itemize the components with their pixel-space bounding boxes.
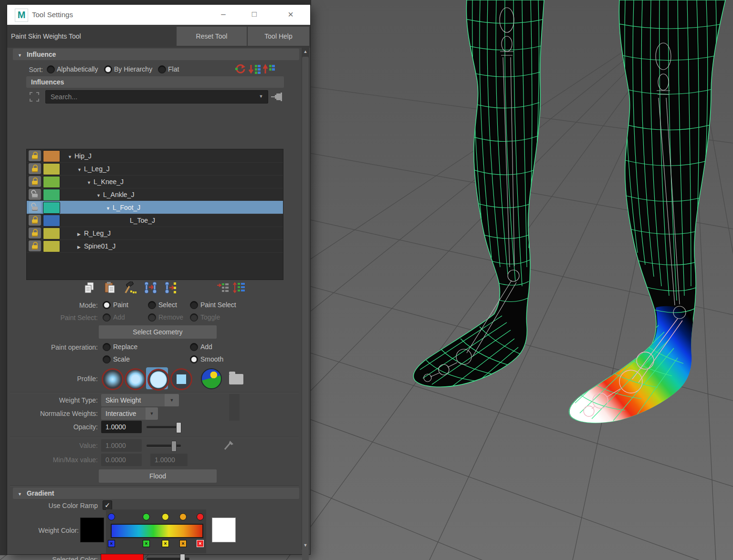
joint-color-swatch[interactable] bbox=[43, 202, 60, 214]
image-brush-button[interactable] bbox=[201, 368, 222, 389]
collapse-arrow-icon[interactable]: ▶ bbox=[77, 228, 84, 241]
mode-paint-radio[interactable] bbox=[103, 301, 111, 309]
color-ramp-gradient-bar[interactable] bbox=[111, 524, 203, 538]
gradient-section-header[interactable]: ▼Gradient bbox=[13, 487, 299, 499]
move-influence-up-icon[interactable] bbox=[263, 63, 275, 75]
maximize-button[interactable]: □ bbox=[242, 5, 267, 25]
paint-op-smooth-radio[interactable] bbox=[190, 355, 198, 363]
search-dropdown-arrow[interactable]: ▼ bbox=[255, 90, 267, 103]
expand-arrow-icon[interactable]: ▼ bbox=[77, 164, 84, 176]
pin-search-icon[interactable] bbox=[271, 92, 284, 102]
ramp-marker-blue[interactable]: × bbox=[108, 540, 115, 547]
gaussian-brush-button[interactable] bbox=[102, 368, 124, 390]
normalize-weights-dropdown-arrow[interactable]: ▼ bbox=[146, 407, 158, 420]
joint-color-swatch[interactable] bbox=[43, 215, 60, 227]
scroll-down-arrow[interactable]: ▼ bbox=[302, 541, 309, 550]
joint-row-l-leg[interactable]: ▼L_Leg_J bbox=[27, 162, 283, 176]
paint-op-add-radio[interactable] bbox=[190, 343, 198, 351]
scroll-up-arrow[interactable]: ▲ bbox=[302, 48, 309, 56]
joint-color-swatch[interactable] bbox=[43, 150, 60, 162]
opacity-slider-handle[interactable] bbox=[176, 422, 181, 433]
joint-row-l-ankle[interactable]: ▼L_Ankle_J bbox=[27, 188, 283, 201]
ramp-stop-green[interactable] bbox=[143, 513, 150, 520]
joint-row-hip[interactable]: ▼Hip_J bbox=[27, 149, 283, 163]
joint-row-l-foot-selected[interactable]: ▼L_Foot_J bbox=[27, 201, 283, 214]
refresh-influences-icon[interactable] bbox=[234, 63, 247, 75]
expand-arrow-icon[interactable]: ▼ bbox=[96, 189, 103, 202]
lock-toggle[interactable] bbox=[29, 189, 41, 200]
selected-color-swatch[interactable] bbox=[101, 554, 144, 560]
influences-joint-list: ▼Hip_J ▼L_Leg_J ▼L_Knee_J ▼L_Ankle_J ▼L_ bbox=[26, 149, 283, 280]
square-brush-button[interactable] bbox=[170, 368, 192, 390]
joint-color-swatch[interactable] bbox=[43, 189, 60, 201]
lock-toggle[interactable] bbox=[29, 228, 41, 239]
lock-toggle[interactable] bbox=[29, 202, 41, 213]
sort-flat-radio[interactable] bbox=[158, 65, 166, 73]
flood-button[interactable]: Flood bbox=[99, 469, 217, 483]
joint-row-l-knee[interactable]: ▼L_Knee_J bbox=[27, 175, 283, 188]
joint-color-swatch[interactable] bbox=[43, 240, 60, 252]
settings-scrollbar[interactable]: ▲ ▼ bbox=[302, 48, 309, 550]
weight-hammer-icon[interactable] bbox=[124, 281, 137, 294]
ramp-stop-yellow[interactable] bbox=[162, 513, 169, 520]
lock-toggle[interactable] bbox=[29, 163, 41, 174]
move-influence-down-icon[interactable] bbox=[249, 63, 261, 75]
paint-op-scale-radio[interactable] bbox=[103, 355, 111, 363]
lock-toggle[interactable] bbox=[29, 240, 41, 251]
sort-by-hierarchy-radio[interactable] bbox=[104, 65, 112, 73]
sort-alphabetically-radio[interactable] bbox=[47, 65, 55, 73]
paint-op-replace-radio[interactable] bbox=[103, 343, 111, 351]
weight-color-max-swatch[interactable] bbox=[212, 518, 236, 542]
opacity-slider[interactable] bbox=[147, 426, 181, 428]
lock-toggle[interactable] bbox=[29, 150, 41, 161]
ramp-marker-green[interactable]: × bbox=[143, 540, 150, 547]
copy-weights-icon[interactable] bbox=[84, 281, 96, 294]
ramp-marker-red-selected[interactable]: × bbox=[197, 540, 204, 547]
joint-color-swatch[interactable] bbox=[43, 228, 60, 239]
ramp-marker-yellow[interactable]: × bbox=[162, 540, 169, 547]
select-marquee-icon[interactable] bbox=[28, 91, 41, 103]
collapse-arrow-icon[interactable]: ▶ bbox=[77, 241, 84, 254]
solid-brush-button[interactable] bbox=[147, 369, 169, 391]
soft-brush-button[interactable] bbox=[125, 368, 147, 390]
collapse-influence-list-icon[interactable] bbox=[216, 281, 230, 294]
expand-arrow-icon[interactable]: ▼ bbox=[106, 202, 113, 215]
joint-color-swatch[interactable] bbox=[43, 163, 60, 175]
scrollbar-thumb[interactable] bbox=[302, 57, 309, 560]
expand-arrow-icon[interactable]: ▼ bbox=[68, 151, 74, 164]
browse-brush-folder-icon[interactable] bbox=[229, 374, 243, 384]
tool-help-button[interactable]: Tool Help bbox=[248, 27, 309, 46]
select-geometry-button[interactable]: Select Geometry bbox=[99, 325, 217, 339]
weight-type-dropdown[interactable]: Skin Weight bbox=[101, 394, 165, 406]
use-color-ramp-checkbox[interactable]: ✓ bbox=[103, 500, 112, 510]
expand-influence-list-icon[interactable] bbox=[232, 281, 246, 294]
reset-tool-button[interactable]: Reset Tool bbox=[177, 27, 247, 46]
joint-row-spine01[interactable]: ▶Spine01_J bbox=[27, 239, 283, 253]
ramp-stop-red[interactable] bbox=[197, 513, 204, 520]
ramp-stop-orange[interactable] bbox=[179, 513, 187, 520]
ramp-marker-orange[interactable]: × bbox=[179, 540, 187, 547]
joint-row-l-toe[interactable]: L_Toe_J bbox=[27, 214, 283, 227]
selected-color-slider[interactable] bbox=[147, 558, 189, 560]
minimize-button[interactable]: – bbox=[211, 5, 236, 25]
joint-row-r-leg[interactable]: ▶R_Leg_J bbox=[27, 227, 283, 240]
joint-color-swatch[interactable] bbox=[43, 176, 60, 188]
weight-type-dropdown-arrow[interactable]: ▼ bbox=[165, 394, 179, 406]
influence-search-input[interactable] bbox=[45, 90, 268, 104]
value-preview-swatch bbox=[229, 394, 240, 421]
swap-weights-icon[interactable] bbox=[164, 281, 177, 294]
lock-toggle[interactable] bbox=[29, 176, 41, 187]
paste-weights-icon[interactable] bbox=[104, 281, 116, 294]
mode-select-radio[interactable] bbox=[148, 301, 156, 309]
influence-section-header[interactable]: ▼Influence bbox=[13, 49, 299, 60]
ramp-stop-blue[interactable] bbox=[108, 513, 115, 520]
opacity-field[interactable]: 1.0000 bbox=[101, 421, 142, 433]
selected-color-slider-handle[interactable] bbox=[180, 554, 185, 560]
lock-toggle[interactable] bbox=[29, 215, 41, 226]
mode-paint-select-radio[interactable] bbox=[190, 301, 198, 309]
weight-color-min-swatch[interactable] bbox=[80, 518, 104, 542]
move-weights-to-influence-icon[interactable] bbox=[144, 281, 157, 294]
close-button[interactable]: × bbox=[278, 5, 303, 25]
normalize-weights-dropdown[interactable]: Interactive bbox=[101, 407, 146, 420]
expand-arrow-icon[interactable]: ▼ bbox=[87, 176, 94, 189]
